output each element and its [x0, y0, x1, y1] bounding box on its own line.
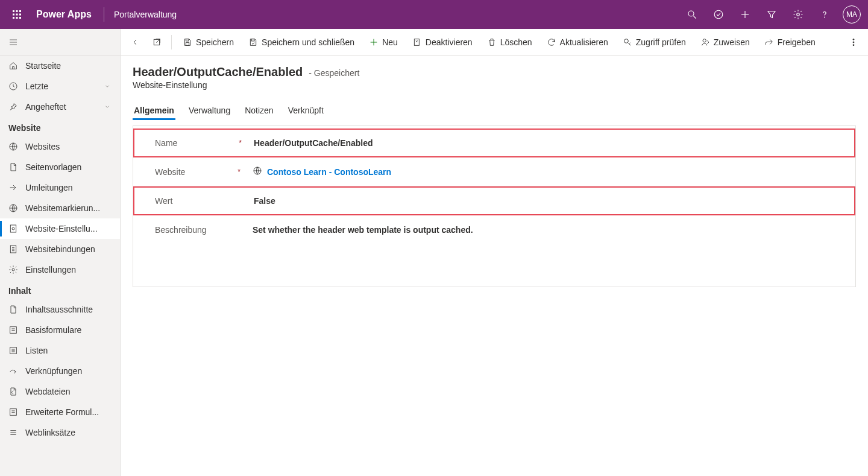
svg-rect-4 — [16, 14, 18, 16]
svg-point-9 — [688, 11, 694, 16]
portal-label: Portalverwaltung — [109, 10, 181, 19]
record-entity: Website-Einstellung — [133, 80, 856, 90]
tab-general[interactable]: Allgemein — [133, 102, 175, 120]
sidebar-item-startseite[interactable]: Startseite — [0, 56, 120, 76]
sidebar-item-label: Webdateien — [25, 387, 112, 396]
sidebar-item[interactable]: Basisformulare — [0, 320, 120, 340]
field-name-row: Name* Header/OutputCache/Enabled — [133, 129, 855, 157]
tab-related[interactable]: Verknüpft — [287, 102, 325, 120]
svg-rect-6 — [13, 17, 14, 19]
binding-icon — [8, 244, 18, 254]
search-icon[interactable] — [680, 0, 704, 29]
nav-scroll: StartseiteLetzteAngeheftet WebsiteWebsit… — [0, 56, 120, 476]
sidebar-item[interactable]: Umleitungen — [0, 177, 120, 198]
filter-icon[interactable] — [760, 0, 784, 29]
pin-icon — [8, 102, 18, 112]
page-icon — [8, 305, 18, 314]
svg-rect-42 — [251, 39, 254, 40]
svg-point-25 — [12, 268, 14, 271]
sidebar-item[interactable]: Erweiterte Formul... — [0, 402, 120, 422]
command-bar: Speichern Speichern und schließen Neu De… — [121, 29, 868, 56]
sidebar-item[interactable]: Listen — [0, 340, 120, 361]
record-title: Header/OutputCache/Enabled — [133, 65, 303, 79]
new-button[interactable]: Neu — [363, 33, 404, 52]
svg-rect-0 — [13, 10, 14, 12]
save-button[interactable]: Speichern — [177, 33, 240, 52]
field-description-value[interactable]: Set whether the header web template is o… — [245, 220, 846, 240]
record-header: Header/OutputCache/Enabled - Gespeichert — [133, 65, 856, 79]
save-close-button[interactable]: Speichern und schließen — [242, 33, 360, 52]
sidebar-item-label: Inhaltsausschnitte — [25, 305, 112, 314]
sidebar-item[interactable]: Websitebindungen — [0, 239, 120, 259]
settings-doc-icon — [8, 224, 18, 233]
svg-point-50 — [853, 39, 854, 40]
svg-point-52 — [853, 44, 854, 45]
settings-icon[interactable] — [786, 0, 810, 29]
cmd-divider — [171, 35, 172, 49]
tab-administration[interactable]: Verwaltung — [187, 102, 231, 120]
sidebar-item-label: Startseite — [25, 61, 112, 71]
content-area: Header/OutputCache/Enabled - Gespeichert… — [121, 56, 868, 476]
sidebar-item-label: Letzte — [25, 81, 97, 91]
form-icon — [8, 325, 18, 335]
svg-point-51 — [853, 42, 854, 43]
refresh-label: Aktualisieren — [560, 37, 608, 47]
chevron-down-icon — [104, 81, 112, 91]
form-card: Name* Header/OutputCache/Enabled Website… — [133, 125, 856, 287]
sidebar-item-label: Listen — [25, 346, 112, 355]
brand-label: Power Apps — [29, 9, 99, 20]
svg-point-48 — [624, 39, 628, 43]
assign-button[interactable]: Zuweisen — [694, 33, 756, 52]
svg-point-49 — [703, 39, 706, 42]
sidebar-item-angeheftet[interactable]: Angeheftet — [0, 97, 120, 117]
tabs: Allgemein Verwaltung Notizen Verknüpft — [133, 102, 856, 121]
gear-icon — [8, 265, 18, 274]
deactivate-button[interactable]: Deaktivieren — [406, 33, 479, 52]
sidebar-item[interactable]: Seitenvorlagen — [0, 157, 120, 177]
refresh-button[interactable]: Aktualisieren — [541, 33, 614, 52]
svg-rect-8 — [19, 17, 21, 19]
sidebar-item[interactable]: Websites — [0, 136, 120, 157]
chevron-down-icon — [104, 102, 112, 112]
field-website-value[interactable]: Contoso Learn - ContosoLearn — [245, 161, 846, 182]
task-icon[interactable] — [706, 0, 731, 29]
clock-icon — [8, 81, 18, 91]
check-access-label: Zugriff prüfen — [636, 37, 686, 47]
overflow-button[interactable] — [844, 33, 863, 52]
help-icon[interactable] — [813, 0, 837, 29]
delete-button[interactable]: Löschen — [481, 33, 538, 52]
sidebar-item[interactable]: Verknüpfungen — [0, 361, 120, 381]
svg-point-23 — [12, 227, 14, 230]
field-value-value[interactable]: False — [247, 191, 844, 211]
sidebar-item[interactable]: Einstellungen — [0, 259, 120, 280]
tab-notes[interactable]: Notizen — [244, 102, 274, 120]
sidebar-item[interactable]: Websitemarkierun... — [0, 198, 120, 218]
field-description-label: Beschreibung — [155, 225, 207, 235]
globe-icon — [253, 166, 262, 177]
svg-rect-22 — [10, 225, 16, 232]
sidebar-item[interactable]: Weblinksätze — [0, 422, 120, 443]
user-avatar[interactable]: MA — [843, 5, 861, 24]
svg-rect-40 — [186, 39, 189, 40]
app-launcher[interactable] — [5, 0, 29, 29]
svg-line-10 — [693, 16, 696, 19]
field-name-value[interactable]: Header/OutputCache/Enabled — [247, 133, 844, 153]
sidebar-item-label: Websites — [25, 142, 112, 151]
sidebar-item-label: Websitebindungen — [25, 244, 112, 254]
sidebar-item-label: Seitenvorlagen — [25, 162, 112, 172]
add-icon[interactable] — [733, 0, 757, 29]
svg-point-14 — [797, 13, 800, 16]
back-button[interactable] — [125, 33, 145, 52]
check-access-button[interactable]: Zugriff prüfen — [617, 33, 692, 52]
hamburger-icon[interactable] — [0, 29, 120, 56]
sidebar-item[interactable]: Webdateien — [0, 381, 120, 402]
required-marker: * — [239, 139, 242, 147]
share-button[interactable]: Freigeben — [758, 33, 822, 52]
open-new-button[interactable] — [147, 33, 166, 52]
sidebar-item-label: Angeheftet — [25, 102, 97, 112]
sidebar-item[interactable]: Inhaltsausschnitte — [0, 299, 120, 320]
main-area: Speichern Speichern und schließen Neu De… — [121, 29, 868, 476]
sidebar-item-letzte[interactable]: Letzte — [0, 76, 120, 97]
sidebar-item[interactable]: Website-Einstellu... — [0, 218, 120, 239]
sidebar-group-website: Website — [0, 117, 120, 136]
